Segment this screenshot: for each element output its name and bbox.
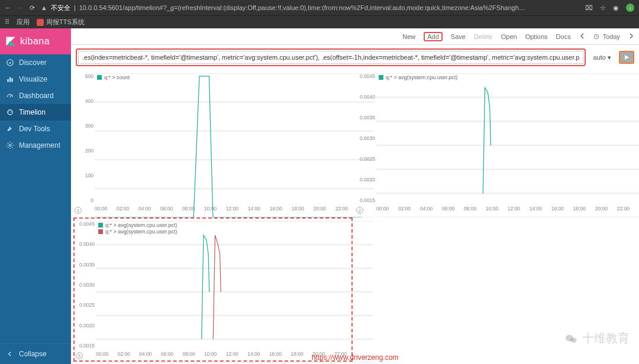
bookmark-star-icon[interactable]: ☆: [600, 4, 606, 12]
sidebar-item-management[interactable]: Management: [0, 137, 71, 154]
bookmark-item[interactable]: 周报TTS系统: [37, 18, 85, 27]
collapse-sidebar[interactable]: Collapse: [0, 343, 71, 364]
watermark: 十维教育: [563, 330, 630, 346]
apps-label[interactable]: 应用: [17, 18, 30, 27]
sidebar-item-timelion[interactable]: Timelion: [0, 104, 71, 121]
svg-point-8: [9, 144, 11, 147]
svg-point-6: [9, 112, 9, 112]
brand-text: kibana: [20, 36, 50, 47]
compass-icon: [6, 58, 14, 67]
collapse-icon: [6, 350, 14, 358]
svg-point-7: [11, 112, 11, 112]
interval-select[interactable]: auto ▾: [589, 52, 615, 63]
play-icon: [624, 54, 630, 60]
sidebar-item-visualize[interactable]: Visualize: [0, 71, 71, 87]
clock-icon: [593, 34, 599, 40]
save-button[interactable]: Save: [451, 33, 466, 40]
topbar: New Add Save Delete Open Options Docs To…: [71, 28, 639, 45]
prev-time-button[interactable]: [579, 33, 585, 40]
sidebar-item-devtools[interactable]: Dev Tools: [0, 121, 71, 137]
open-button[interactable]: Open: [501, 33, 517, 40]
back-icon[interactable]: ←: [5, 4, 11, 11]
extension-icon[interactable]: ↓: [626, 4, 634, 12]
footer-url: https://www.driverzeng.com: [312, 353, 399, 362]
sidebar-item-discover[interactable]: Discover: [0, 54, 71, 71]
docs-button[interactable]: Docs: [556, 33, 571, 40]
chart-panel[interactable]: 500400300200100000:0002:0004:0006:0008:0…: [73, 71, 353, 215]
sidebar-item-label: Timelion: [19, 108, 46, 116]
url-display[interactable]: ▲ 不安全 | 10.0.0.54:5601/app/timelion#?_g=…: [41, 4, 579, 12]
wrench-icon: [6, 125, 14, 133]
sidebar-item-label: Management: [19, 141, 60, 150]
new-button[interactable]: New: [402, 33, 415, 40]
apps-icon[interactable]: ⠿: [5, 18, 9, 26]
gear-icon: [6, 141, 14, 150]
gauge-icon: [6, 92, 14, 100]
sidebar-item-label: Discover: [19, 58, 47, 67]
svg-point-31: [571, 337, 577, 342]
time-picker[interactable]: Today: [593, 33, 620, 40]
add-button[interactable]: Add: [424, 32, 443, 41]
lion-icon: [6, 108, 14, 116]
sidebar-item-dashboard[interactable]: Dashboard: [0, 87, 71, 104]
browser-address-bar: ← → ⟳ ▲ 不安全 | 10.0.0.54:5601/app/timelio…: [0, 0, 639, 15]
profile-icon[interactable]: ◉: [613, 4, 619, 12]
url-text: 10.0.0.54:5601/app/timelion#?_g=(refresh…: [79, 4, 529, 11]
svg-rect-1: [7, 79, 8, 82]
sidebar-item-label: Visualize: [19, 75, 47, 83]
chart-panel[interactable]: 0.00450.00400.00350.00300.00250.00200.00…: [355, 71, 634, 215]
delete-button[interactable]: Delete: [474, 33, 493, 40]
chart-grid: 500400300200100000:0002:0004:0006:0008:0…: [71, 70, 639, 364]
chevron-left-icon: [579, 33, 585, 39]
svg-point-5: [8, 110, 12, 115]
brand-logo[interactable]: kibana: [0, 28, 71, 54]
run-button[interactable]: [619, 51, 634, 64]
wechat-icon: [563, 332, 579, 345]
svg-line-4: [10, 95, 11, 98]
time-range-label: Today: [603, 33, 620, 40]
chart-panel[interactable]: 0.00450.00400.00350.00300.00250.00200.00…: [73, 217, 353, 362]
collapse-label: Collapse: [19, 350, 47, 358]
query-row: auto ▾: [71, 45, 639, 70]
next-time-button[interactable]: [628, 33, 634, 40]
chevron-right-icon: [628, 33, 634, 39]
bookmark-favicon: [37, 19, 44, 26]
forward-icon[interactable]: →: [17, 4, 24, 11]
kibana-icon: [5, 35, 17, 47]
reload-icon[interactable]: ⟳: [30, 4, 35, 12]
options-button[interactable]: Options: [525, 33, 548, 40]
bar-chart-icon: [6, 75, 14, 83]
main-content: New Add Save Delete Open Options Docs To…: [71, 28, 639, 364]
svg-rect-3: [11, 78, 12, 82]
sidebar-item-label: Dashboard: [19, 92, 54, 100]
bookmark-bar: ⠿ 应用 周报TTS系统: [0, 15, 639, 28]
sidebar: kibana Discover Visualize Dashboard Time…: [0, 28, 71, 364]
svg-rect-2: [9, 77, 11, 82]
expression-input[interactable]: [78, 51, 583, 64]
translate-icon[interactable]: ⌧: [585, 4, 593, 12]
sidebar-item-label: Dev Tools: [19, 125, 50, 133]
security-label: 不安全: [51, 4, 70, 12]
query-highlight: [76, 48, 586, 66]
warning-icon: ▲: [41, 4, 47, 11]
